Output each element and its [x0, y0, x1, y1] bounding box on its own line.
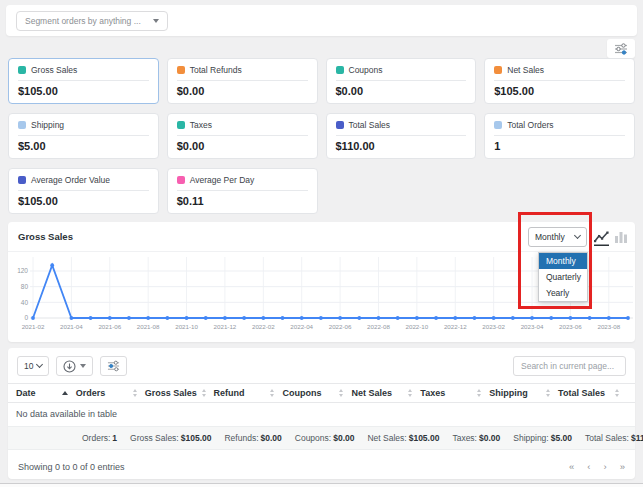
stat-card-label: Taxes	[190, 120, 212, 130]
stat-card-total-sales[interactable]: Total Sales$110.00	[326, 113, 477, 159]
interval-option-monthly[interactable]: Monthly	[539, 253, 587, 269]
table-filter-button[interactable]	[100, 356, 127, 376]
sort-up-arrow	[339, 389, 343, 392]
divider	[494, 135, 625, 136]
stat-card-head: Total Sales	[336, 120, 467, 130]
summary-label: Shipping:	[513, 433, 548, 443]
stat-card-average-order-value[interactable]: Average Order Value$105.00	[8, 168, 159, 214]
summary-label: Gross Sales:	[130, 433, 179, 443]
stat-card-head: Total Orders	[494, 120, 625, 130]
segment-bar: Segment orders by anything ...	[6, 5, 637, 36]
pagination: «‹›»	[569, 462, 625, 472]
chevron-down-icon	[36, 361, 43, 368]
table-summary-row: Orders:1Gross Sales:$105.00Refunds:$0.00…	[8, 427, 635, 450]
stat-card-coupons[interactable]: Coupons$0.00	[326, 58, 477, 104]
sort-ascending-icon[interactable]	[62, 391, 68, 395]
interval-option-yearly[interactable]: Yearly	[539, 285, 587, 301]
divider	[177, 135, 308, 136]
column-header-net-sales[interactable]: Net Sales	[351, 388, 420, 398]
summary-refunds: Refunds:$0.00	[224, 433, 281, 443]
sort-icon[interactable]	[546, 389, 550, 397]
stat-card-label: Total Refunds	[190, 65, 242, 75]
stat-card-net-sales[interactable]: Net Sales$105.00	[484, 58, 635, 104]
stat-card-head: Coupons	[336, 65, 467, 75]
line-chart-view-button[interactable]	[594, 230, 609, 250]
customize-metrics-button[interactable]	[607, 39, 635, 58]
sort-icon[interactable]	[270, 389, 274, 397]
summary-coupons: Coupons:$0.00	[295, 433, 355, 443]
sort-icon[interactable]	[202, 389, 206, 397]
column-label: Refund	[214, 388, 245, 398]
metric-color-swatch	[177, 121, 185, 129]
sort-down-arrow	[477, 394, 481, 397]
svg-text:2022-08: 2022-08	[367, 323, 390, 330]
stat-card-label: Total Sales	[349, 120, 391, 130]
column-header-orders[interactable]: Orders	[76, 388, 145, 398]
metric-color-swatch	[177, 176, 185, 184]
metric-color-swatch	[494, 121, 502, 129]
stat-card-gross-sales[interactable]: Gross Sales$105.00	[8, 58, 159, 104]
stat-card-label: Total Orders	[507, 120, 553, 130]
next-page-button[interactable]: ›	[604, 462, 607, 472]
sort-up-arrow	[133, 389, 137, 392]
stat-card-total-refunds[interactable]: Total Refunds$0.00	[167, 58, 318, 104]
page-size-value: 10	[24, 361, 33, 371]
table-search-input[interactable]	[513, 356, 626, 376]
bar-chart-view-button[interactable]	[614, 230, 628, 248]
bar-chart-icon	[614, 230, 628, 244]
sort-icon[interactable]	[133, 389, 137, 397]
stat-card-value: $5.00	[18, 140, 149, 152]
stat-card-head: Total Refunds	[177, 65, 308, 75]
segment-select[interactable]: Segment orders by anything ...	[16, 11, 168, 31]
stat-card-taxes[interactable]: Taxes$0.00	[167, 113, 318, 159]
summary-value: $110.00	[631, 433, 643, 443]
chevron-down-icon	[153, 19, 159, 23]
summary-taxes: Taxes:$0.00	[452, 433, 500, 443]
export-button[interactable]	[56, 356, 93, 376]
column-header-taxes[interactable]: Taxes	[420, 388, 489, 398]
summary-value: $105.00	[181, 433, 212, 443]
column-label: Orders	[76, 388, 106, 398]
column-header-date[interactable]: Date	[16, 388, 76, 398]
last-page-button[interactable]: »	[620, 462, 625, 472]
stat-card-value: 1	[494, 140, 625, 152]
metric-color-swatch	[336, 66, 344, 74]
table-header-row: DateOrdersGross SalesRefundCouponsNet Sa…	[8, 383, 635, 403]
summary-label: Refunds:	[224, 433, 258, 443]
column-label: Gross Sales	[145, 388, 197, 398]
page-size-select[interactable]: 10	[17, 356, 49, 376]
column-header-coupons[interactable]: Coupons	[282, 388, 351, 398]
analytics-dashboard: Segment orders by anything ... Gross Sal…	[0, 0, 643, 487]
column-header-refund[interactable]: Refund	[214, 388, 283, 398]
column-header-shipping[interactable]: Shipping	[489, 388, 558, 398]
first-page-button[interactable]: «	[569, 462, 574, 472]
sort-icon[interactable]	[477, 389, 481, 397]
sort-icon[interactable]	[339, 389, 343, 397]
interval-select[interactable]: Monthly	[528, 227, 587, 247]
stat-card-label: Average Per Day	[190, 175, 255, 185]
column-header-gross-sales[interactable]: Gross Sales	[145, 388, 214, 398]
sort-up-arrow	[270, 389, 274, 392]
summary-value: $0.00	[479, 433, 500, 443]
svg-text:2023-02: 2023-02	[482, 323, 505, 330]
summary-shipping: Shipping:$5.00	[513, 433, 572, 443]
column-label: Taxes	[420, 388, 445, 398]
showing-entries-text: Showing 0 to 0 of 0 entries	[18, 462, 125, 472]
svg-text:40: 40	[21, 299, 29, 306]
stat-card-shipping[interactable]: Shipping$5.00	[8, 113, 159, 159]
previous-page-button[interactable]: ‹	[587, 462, 590, 472]
stat-card-average-per-day[interactable]: Average Per Day$0.11	[167, 168, 318, 214]
table-empty-message: No data available in table	[8, 403, 635, 427]
stat-card-label: Coupons	[349, 65, 383, 75]
sort-up-arrow	[477, 389, 481, 392]
sort-icon[interactable]	[408, 389, 412, 397]
interval-option-quarterly[interactable]: Quarterly	[539, 269, 587, 285]
svg-text:80: 80	[21, 283, 29, 290]
divider	[336, 80, 467, 81]
stat-card-value: $105.00	[494, 85, 625, 97]
column-header-total-sales[interactable]: Total Sales	[558, 388, 627, 398]
sort-icon[interactable]	[615, 389, 619, 397]
summary-value: $5.00	[551, 433, 572, 443]
stat-card-total-orders[interactable]: Total Orders1	[484, 113, 635, 159]
stat-card-value: $0.00	[177, 85, 308, 97]
